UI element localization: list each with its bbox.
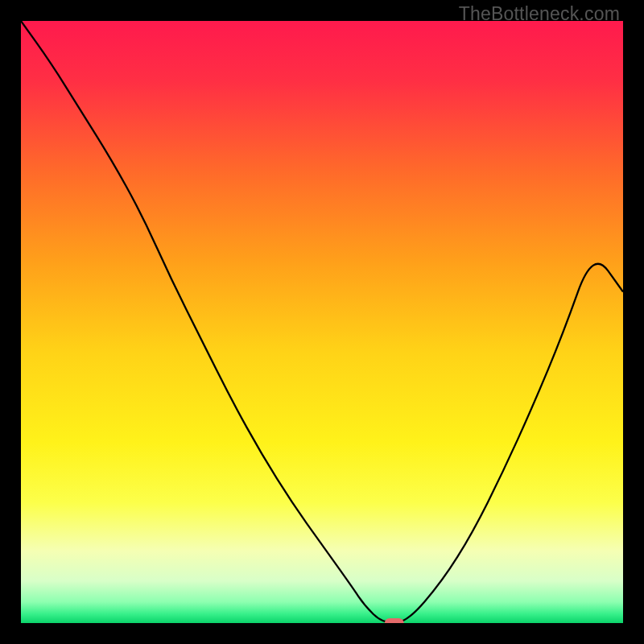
bottleneck-chart: [21, 21, 623, 623]
chart-frame: [21, 21, 623, 623]
gradient-background: [21, 21, 623, 623]
watermark-text: TheBottleneck.com: [459, 3, 620, 25]
optimal-point-marker: [385, 618, 404, 623]
